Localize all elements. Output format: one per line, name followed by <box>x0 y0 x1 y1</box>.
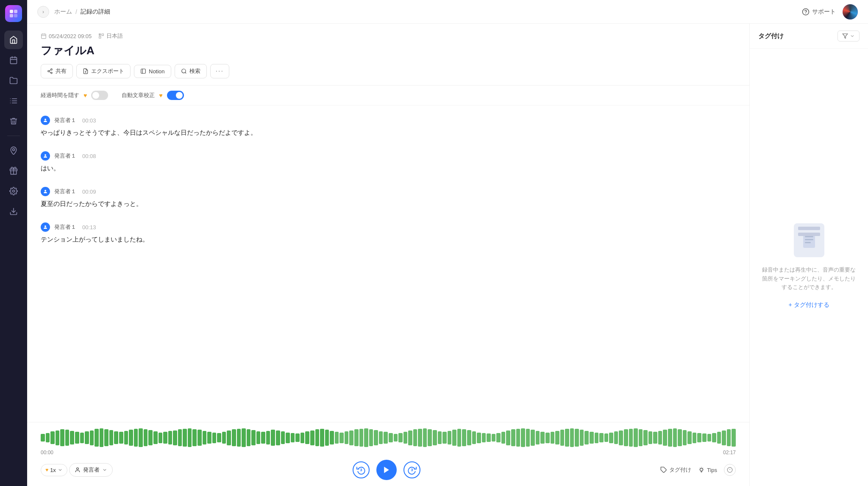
waveform-bar <box>653 432 657 444</box>
search-icon <box>181 68 187 74</box>
waveform-bar <box>501 432 506 444</box>
waveform-bar <box>330 431 334 444</box>
waveform-bar <box>521 428 525 447</box>
speaker-name: 発言者１ <box>54 188 76 195</box>
waveform-bar <box>320 429 324 447</box>
waveform-bar <box>335 432 339 444</box>
main-content: › ホーム / 記録の詳細 サポート <box>27 0 868 486</box>
player-controls: ♥ 1x 発言者 <box>41 460 736 486</box>
person-icon <box>75 467 81 473</box>
support-button[interactable]: サポート <box>802 8 836 16</box>
tag-icon <box>660 467 667 473</box>
sidebar-item-gift[interactable] <box>4 161 23 180</box>
waveform-bar <box>540 432 545 444</box>
info-button[interactable] <box>724 464 736 476</box>
tags-header: タグ付け <box>750 24 868 49</box>
more-button[interactable]: ··· <box>210 64 229 78</box>
skip-forward-button[interactable]: 3 <box>403 461 420 478</box>
waveform-bar <box>159 433 163 443</box>
waveform-bar <box>339 433 344 443</box>
speaker-select-button[interactable]: 発言者 <box>69 463 113 477</box>
sidebar-item-download[interactable] <box>4 202 23 221</box>
app-logo[interactable] <box>5 5 22 22</box>
waveform-bar <box>511 429 515 446</box>
waveform-bar <box>673 428 677 447</box>
waveform-bar <box>560 430 565 446</box>
hide-time-label: 経過時間を隠す <box>41 92 79 99</box>
tag-action-button[interactable]: タグ付け <box>660 466 691 474</box>
export-label: エクスポート <box>91 67 124 75</box>
speaker-chevron-icon <box>102 467 107 472</box>
file-header: 05/24/2022 09:05 日本語 ファイルA <box>27 24 749 86</box>
waveform-bar <box>379 431 383 444</box>
toggle-knob-off <box>92 92 99 99</box>
tags-title: タグ付け <box>758 32 784 40</box>
waveform-bar <box>413 429 417 446</box>
add-tag-button[interactable]: + タグ付けする <box>783 299 834 311</box>
play-button[interactable] <box>376 460 397 480</box>
user-avatar[interactable] <box>843 4 858 19</box>
waveform-bar <box>75 432 79 444</box>
speed-button[interactable]: ♥ 1x <box>41 464 67 476</box>
export-button[interactable]: エクスポート <box>76 64 131 78</box>
waveform-bar <box>349 430 353 445</box>
waveform-bar <box>345 431 349 444</box>
search-button[interactable]: 検索 <box>175 64 207 78</box>
sidebar-item-home[interactable] <box>4 31 23 49</box>
waveform <box>41 428 736 448</box>
header: › ホーム / 記録の詳細 サポート <box>27 0 868 24</box>
header-right: サポート <box>802 4 858 19</box>
hide-time-premium-icon: ♥ <box>83 92 87 99</box>
waveform-bar <box>609 433 613 443</box>
file-date: 05/24/2022 09:05 <box>49 33 92 39</box>
sidebar-item-folder[interactable] <box>4 71 23 90</box>
sidebar-item-calendar[interactable] <box>4 51 23 69</box>
sidebar-collapse-button[interactable]: › <box>37 6 49 18</box>
waveform-bar <box>247 429 251 446</box>
time-end: 02:17 <box>723 450 736 455</box>
waveform-bar <box>119 432 123 444</box>
content-area: 05/24/2022 09:05 日本語 ファイルA <box>27 24 868 486</box>
share-button[interactable]: 共有 <box>41 64 73 78</box>
waveform-bar <box>310 430 314 445</box>
sidebar-item-settings[interactable] <box>4 182 23 200</box>
file-title: ファイルA <box>41 43 736 58</box>
add-tag-label: + タグ付けする <box>788 301 829 309</box>
sidebar-item-list[interactable] <box>4 92 23 110</box>
waveform-bar <box>192 429 197 446</box>
waveform-bar <box>56 430 60 445</box>
transcript-entry: 発言者１ 00:08 はい。 <box>27 144 749 180</box>
waveform-bar <box>271 430 275 446</box>
share-icon <box>47 68 53 74</box>
tips-button[interactable]: Tips <box>698 467 717 473</box>
waveform-bar <box>198 430 202 446</box>
tags-empty-icon <box>794 223 824 257</box>
sidebar-item-location[interactable] <box>4 141 23 160</box>
waveform-bar <box>599 433 604 442</box>
sidebar-item-trash[interactable] <box>4 112 23 131</box>
autocorrect-label: 自動文章校正 <box>122 92 155 99</box>
svg-point-14 <box>13 149 15 151</box>
toggle-knob-on <box>176 92 183 99</box>
waveform-bar <box>697 433 701 442</box>
speaker-row: 発言者１ 00:08 <box>41 151 736 161</box>
svg-point-27 <box>48 70 50 72</box>
skip-back-button[interactable]: 3 <box>353 461 370 478</box>
waveform-bar <box>359 429 364 447</box>
svg-rect-55 <box>805 239 813 240</box>
breadcrumb-home[interactable]: ホーム <box>54 8 72 16</box>
transcript-text: やっぱりきっとそうですよ、今日はスペシャルな日だったからだよですよ。 <box>41 128 736 138</box>
speaker-row: 発言者１ 00:09 <box>41 187 736 196</box>
file-language: 日本語 <box>106 32 123 40</box>
notion-button[interactable]: Notion <box>134 65 171 78</box>
transcript-entry: 発言者１ 00:03 やっぱりきっとそうですよ、今日はスペシャルな日だったからだ… <box>27 109 749 144</box>
waveform-bar <box>487 433 491 442</box>
filter-button[interactable] <box>837 31 860 42</box>
svg-rect-54 <box>805 236 813 237</box>
transcript-text: 夏至の日だったからですよきっと。 <box>41 199 736 209</box>
waveform-bar <box>482 433 486 442</box>
autocorrect-toggle[interactable] <box>167 91 184 100</box>
waveform-bar <box>467 430 471 445</box>
notion-icon <box>140 68 146 74</box>
hide-time-toggle[interactable] <box>91 91 108 100</box>
